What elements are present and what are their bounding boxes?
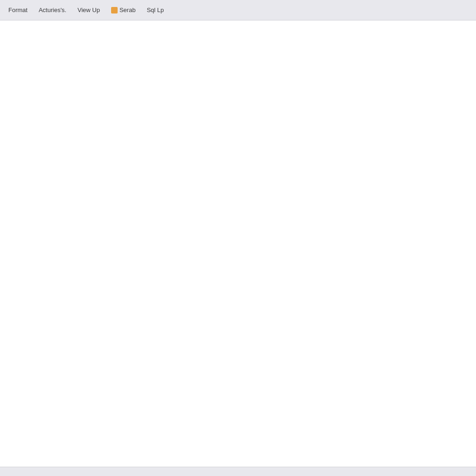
menu-item-format[interactable]: Format	[4, 5, 32, 15]
main-content	[0, 20, 476, 467]
menu-item-activities-label: Acturies's.	[39, 7, 66, 13]
menu-item-view-up-label: View Up	[78, 7, 100, 13]
menu-item-view-up[interactable]: View Up	[73, 5, 105, 15]
menu-item-search-label: Serab	[119, 7, 136, 13]
bottom-bar	[0, 467, 476, 476]
menubar: Format Acturies's. View Up Serab Sql Lp	[0, 0, 476, 20]
search-icon	[111, 7, 118, 13]
menu-item-search[interactable]: Serab	[106, 5, 140, 15]
menu-item-activities[interactable]: Acturies's.	[34, 5, 71, 15]
menu-item-sql-lp[interactable]: Sql Lp	[142, 5, 169, 15]
menu-item-sql-lp-label: Sql Lp	[147, 7, 164, 13]
menu-item-format-label: Format	[8, 7, 27, 13]
